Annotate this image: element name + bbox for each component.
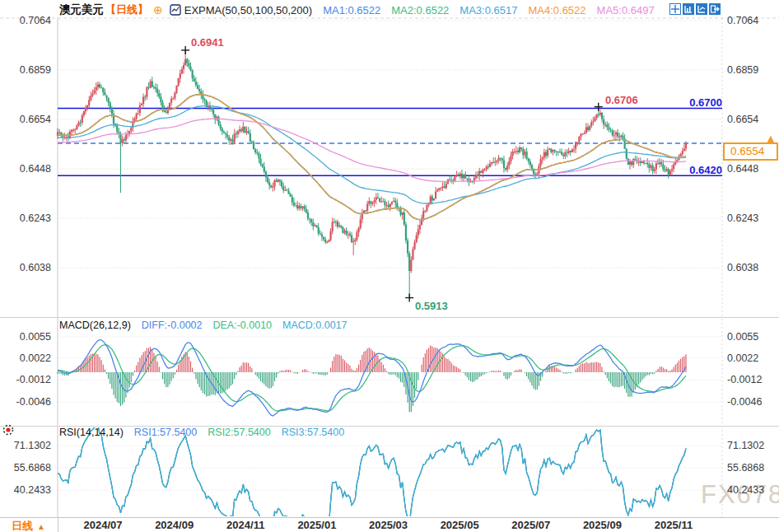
x-axis-date-label: 2025/07 [502,519,560,531]
x-axis-date-label: 2025/09 [573,519,631,531]
x-axis-date-label: 2025/11 [645,519,702,531]
crosshair-icon[interactable] [669,3,681,15]
main-y-tick-right: 0.6448 [727,162,758,175]
macd-title: MACD(26,12,9) [59,320,131,331]
period-selector[interactable]: 日线▲ [12,519,45,532]
chart-header: 澳元美元 【日线】 ⊕ EXPMA(50,50,100,50,200) MA1:… [59,2,655,17]
main-y-tick-left: 0.6859 [0,63,51,77]
ma-value-label: MA1:0.6522 [323,4,380,16]
macd-y-tick-right: 0.0022 [727,352,758,365]
main-y-tick-right: 0.6243 [727,212,758,225]
period-selector-arrow-icon: ▲ [37,522,45,531]
rsi-y-tick-left: 40.2433 [0,483,51,497]
macd-y-tick-right: -0.0046 [727,395,762,408]
toolbar [669,3,721,15]
x-axis-date-label: 2025/01 [288,519,346,531]
main-y-tick-right: 0.6654 [727,113,758,126]
support-level-label: 0.6420 [673,164,722,176]
rsi-value-label: RSI2:57.5400 [208,427,270,438]
x-axis-date-label: 2024/07 [74,519,132,531]
resistance-level-label: 0.6700 [673,96,722,109]
ma-value-label: MA4:0.6522 [528,4,585,16]
annotation-low: 0.5913 [415,300,448,312]
chart-app: FX678 澳元美元 【日线】 ⊕ EXPMA(50,50,100,50,200… [0,0,779,532]
macd-values: DIFF:-0.0002DEA:-0.0010MACD:0.0017 [131,320,348,331]
main-y-tick-right: 0.6859 [727,63,758,77]
ma-legend: MA1:0.6522MA2:0.6522MA3:0.6517MA4:0.6522… [312,4,655,16]
rsi-y-tick-left: 71.1302 [0,439,51,452]
macd-y-tick-right: -0.0012 [727,373,762,386]
indicator-chart-icon[interactable] [170,4,181,16]
macd-y-tick-left: 0.0055 [0,330,51,343]
x-axis-scale-icon[interactable] [683,3,694,15]
main-y-tick-left: 0.6654 [0,113,51,126]
rsi-y-tick-right: 71.1302 [727,439,764,452]
annotation-high: 0.6941 [191,36,224,49]
period-tag: 【日线】 [105,2,148,17]
rsi-y-tick-right: 40.2433 [727,483,764,497]
ma-value-label: MA5:0.6497 [597,4,655,16]
macd-value-label: DEA:-0.0010 [212,320,272,331]
expand-icon[interactable]: ⊕ [153,3,163,16]
ma-value-label: MA3:0.6517 [459,4,517,16]
symbol-name: 澳元美元 [59,2,104,17]
main-y-tick-left: 0.7064 [0,14,51,27]
x-axis-date-label: 2025/03 [360,519,417,531]
rsi-y-tick-right: 55.6868 [727,461,764,474]
x-axis-date-label: 2025/05 [431,519,488,531]
macd-header: MACD(26,12,9) DIFF:-0.0002DEA:-0.0010MAC… [59,320,348,331]
chart-canvas[interactable] [0,0,779,532]
main-y-tick-left: 0.6243 [0,212,51,225]
main-y-tick-right: 0.6038 [727,261,758,274]
price-up-arrow-icon: ▲ [765,132,777,145]
macd-value-label: DIFF:-0.0002 [142,320,203,331]
main-y-tick-left: 0.6038 [0,261,51,274]
x-axis-date-label: 2024/09 [146,519,203,531]
rsi-header: RSI(14,14,14) RSI1:57.5400RSI2:57.5400RS… [59,427,344,438]
ma-value-label: MA2:0.6522 [391,4,449,16]
y-axis-scale-icon[interactable] [696,3,707,15]
last-price-tag: 0.6554 [723,142,778,161]
live-indicator-icon[interactable] [2,423,15,440]
period-selector-label: 日线 [12,520,33,532]
rsi-values: RSI1:57.5400RSI2:57.5400RSI3:57.5400 [124,427,344,438]
rsi-title: RSI(14,14,14) [59,427,124,438]
macd-y-tick-left: -0.0046 [0,395,51,408]
pan-right-icon[interactable] [709,3,721,15]
rsi-value-label: RSI3:57.5400 [282,427,344,438]
rsi-value-label: RSI1:57.5400 [134,427,197,438]
macd-y-tick-right: 0.0055 [727,330,758,343]
macd-y-tick-left: -0.0012 [0,373,51,386]
main-y-tick-right: 0.7064 [727,14,758,27]
rsi-y-tick-left: 55.6868 [0,461,51,474]
macd-value-label: MACD:0.0017 [282,320,348,331]
macd-y-tick-left: 0.0022 [0,352,51,365]
main-y-tick-left: 0.6448 [0,162,51,175]
annotation-swing-high: 0.6706 [605,94,638,106]
x-axis-date-label: 2024/11 [217,519,274,531]
indicator-name: EXPMA(50,50,100,50,200) [184,4,312,16]
